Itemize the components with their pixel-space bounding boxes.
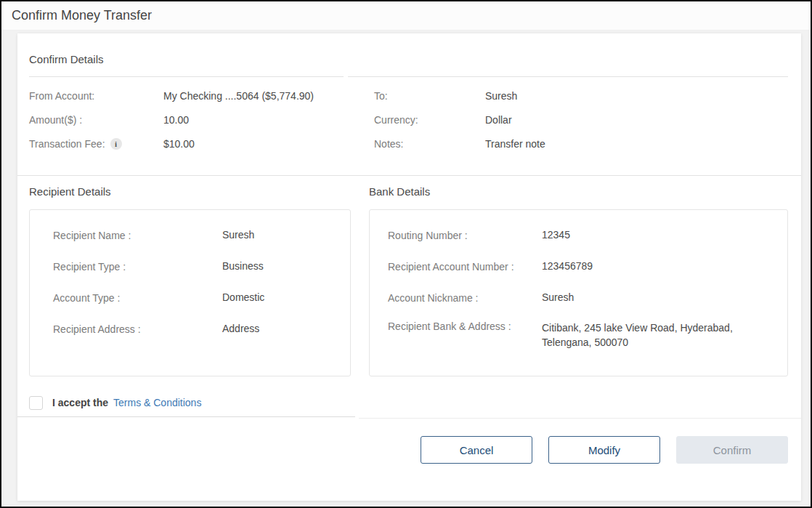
recipient-name-value: Suresh: [222, 227, 340, 242]
bank-details-box: Routing Number : 12345 Recipient Account…: [369, 209, 788, 376]
confirm-details-section: From Account: My Checking ....5064 ($5,7…: [29, 77, 788, 156]
recipient-details-section: Recipient Details Recipient Name : Sures…: [29, 185, 351, 376]
account-type-label: Account Type :: [53, 292, 222, 304]
recipient-address-value: Address: [222, 321, 340, 336]
account-type-row: Account Type : Domestic: [53, 282, 340, 313]
from-account-value: My Checking ....5064 ($5,774.90): [163, 90, 314, 102]
amount-value: 10.00: [163, 114, 189, 126]
confirm-details-heading-row: Confirm Details: [29, 33, 788, 77]
recipient-bank-address-value: Citibank, 245 lake View Road, Hyderabad,…: [542, 320, 777, 350]
recipient-bank-address-row: Recipient Bank & Address : Citibank, 245…: [388, 313, 777, 350]
notes-label: Notes:: [374, 138, 485, 150]
transaction-fee-value: $10.00: [163, 138, 195, 150]
recipient-account-number-label: Recipient Account Number :: [388, 261, 542, 273]
recipient-account-number-value: 123456789: [542, 259, 777, 273]
terms-text: I accept the: [52, 397, 108, 408]
routing-number-label: Routing Number :: [388, 230, 542, 241]
currency-label: Currency:: [374, 114, 485, 126]
recipient-details-box: Recipient Name : Suresh Recipient Type :…: [29, 209, 351, 376]
recipient-account-number-row: Recipient Account Number : 123456789: [388, 251, 777, 282]
action-buttons: Cancel Modify Confirm: [29, 436, 788, 464]
recipient-name-row: Recipient Name : Suresh: [53, 219, 340, 251]
recipient-type-label: Recipient Type :: [53, 261, 222, 273]
to-value: Suresh: [485, 90, 517, 102]
transfer-summary-card: Confirm Details From Account: My Checkin…: [17, 33, 801, 501]
to-row: To: Suresh: [374, 84, 788, 108]
routing-number-value: 12345: [542, 227, 777, 242]
bank-details-section: Bank Details Routing Number : 12345 Reci…: [369, 185, 788, 376]
recipient-address-row: Recipient Address : Address: [53, 313, 340, 344]
from-account-row: From Account: My Checking ....5064 ($5,7…: [29, 84, 344, 108]
transaction-fee-row: Transaction Fee: i $10.00: [29, 132, 344, 156]
page-title: Confirm Money Transfer: [12, 8, 152, 23]
routing-number-row: Routing Number : 12345: [388, 219, 777, 251]
confirm-details-heading: Confirm Details: [29, 53, 104, 65]
account-nickname-value: Suresh: [542, 290, 777, 305]
notes-row: Notes: Transfer note: [374, 132, 788, 156]
from-account-label: From Account:: [29, 90, 163, 102]
currency-value: Dollar: [485, 114, 512, 126]
account-type-value: Domestic: [222, 290, 340, 305]
recipient-name-label: Recipient Name :: [53, 230, 222, 241]
notes-value: Transfer note: [485, 138, 545, 150]
confirm-button[interactable]: Confirm: [676, 436, 788, 464]
modify-button[interactable]: Modify: [548, 436, 660, 464]
cancel-button[interactable]: Cancel: [421, 436, 532, 464]
transaction-fee-label: Transaction Fee:: [29, 138, 105, 150]
terms-checkbox[interactable]: [29, 396, 43, 410]
currency-row: Currency: Dollar: [374, 108, 788, 132]
confirm-money-transfer-screen: Confirm Money Transfer Confirm Details F…: [0, 0, 812, 508]
terms-row: I accept the Terms & Conditions: [29, 395, 788, 410]
to-label: To:: [374, 90, 485, 102]
recipient-address-label: Recipient Address :: [53, 323, 222, 335]
recipient-type-row: Recipient Type : Business: [53, 251, 340, 282]
recipient-bank-address-label: Recipient Bank & Address :: [388, 320, 542, 332]
account-nickname-label: Account Nickname :: [388, 292, 542, 304]
amount-label: Amount($) :: [29, 114, 163, 126]
info-icon[interactable]: i: [110, 138, 122, 150]
page-header: Confirm Money Transfer: [1, 1, 811, 31]
amount-row: Amount($) : 10.00: [29, 108, 344, 132]
recipient-details-heading: Recipient Details: [29, 185, 351, 198]
terms-and-conditions-link[interactable]: Terms & Conditions: [113, 397, 201, 408]
account-nickname-row: Account Nickname : Suresh: [388, 282, 777, 313]
bank-details-heading: Bank Details: [369, 185, 788, 198]
recipient-type-value: Business: [222, 259, 340, 273]
